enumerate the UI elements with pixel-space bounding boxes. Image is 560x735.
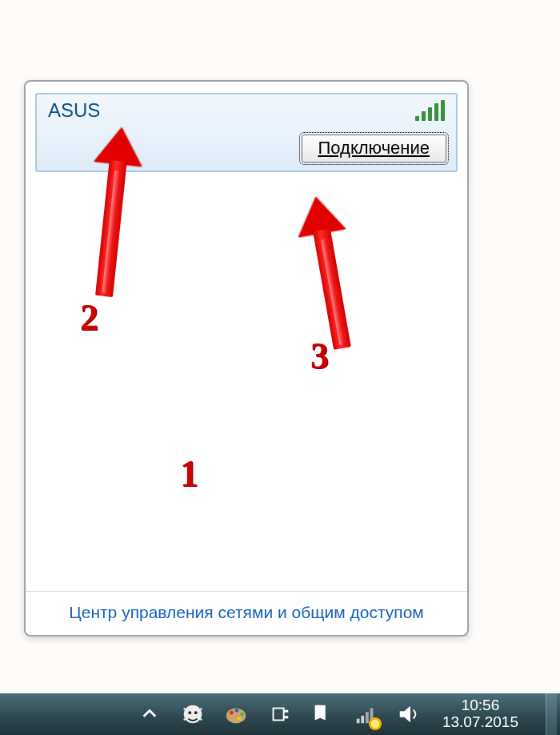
system-tray: 10:56 13.07.2015 xyxy=(135,693,557,735)
antivirus-icon[interactable] xyxy=(178,700,207,729)
panel-footer: Центр управления сетями и общим доступом xyxy=(26,591,467,635)
svg-point-1 xyxy=(188,711,191,714)
action-center-icon[interactable] xyxy=(308,700,337,729)
svg-rect-11 xyxy=(366,712,369,723)
svg-rect-9 xyxy=(357,719,360,724)
volume-icon[interactable] xyxy=(394,700,423,729)
svg-point-4 xyxy=(230,711,234,715)
annotation-number-2: 2 xyxy=(80,296,98,339)
power-icon[interactable] xyxy=(265,700,294,729)
network-center-link[interactable]: Центр управления сетями и общим доступом xyxy=(69,603,424,621)
svg-point-2 xyxy=(194,711,198,714)
time: 10:56 xyxy=(442,697,518,714)
annotation-number-3: 3 xyxy=(310,335,329,377)
show-desktop-button[interactable] xyxy=(546,693,557,735)
svg-rect-10 xyxy=(361,716,364,723)
clock[interactable]: 10:56 13.07.2015 xyxy=(438,697,526,731)
signal-strength-icon xyxy=(415,100,445,121)
svg-point-5 xyxy=(235,709,239,713)
show-hidden-icons-button[interactable] xyxy=(135,700,164,729)
network-flyout: ASUS Подключение Центр управления сетями… xyxy=(24,80,469,637)
annotation-number-1: 1 xyxy=(180,452,198,495)
network-name: ASUS xyxy=(48,99,100,122)
svg-rect-8 xyxy=(273,709,283,721)
date: 13.07.2015 xyxy=(442,714,518,731)
connect-button[interactable]: Подключение xyxy=(302,135,447,163)
svg-point-7 xyxy=(237,717,241,721)
paint-icon[interactable] xyxy=(222,700,250,729)
taskbar: 10:56 13.07.2015 xyxy=(0,693,560,735)
network-warning-icon xyxy=(369,717,382,730)
network-tray-icon[interactable] xyxy=(351,700,380,729)
svg-point-6 xyxy=(240,713,244,717)
